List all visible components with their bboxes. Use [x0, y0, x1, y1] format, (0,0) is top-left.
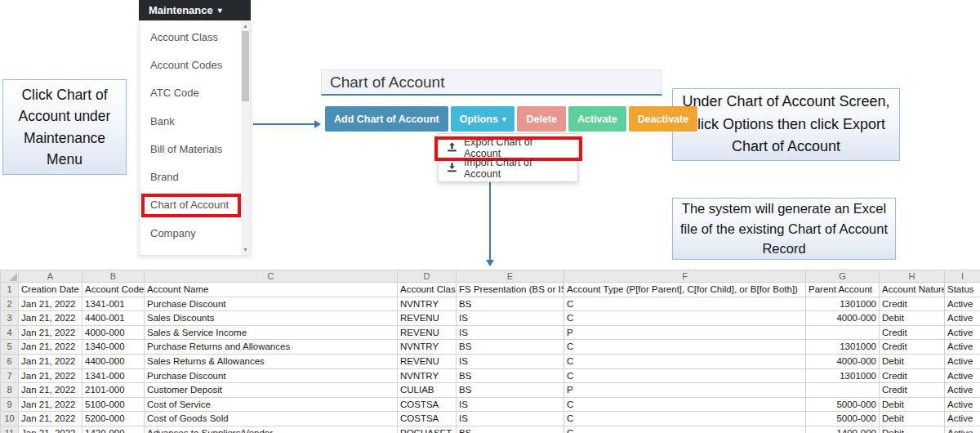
- cell-b7[interactable]: 1341-000: [82, 368, 145, 383]
- cell-e5[interactable]: BS: [457, 340, 564, 355]
- import-chart-of-account-item[interactable]: Import Chart of Account: [439, 158, 577, 178]
- row-number[interactable]: 7: [1, 368, 19, 383]
- cell-f2[interactable]: C: [564, 297, 806, 311]
- cell-a11[interactable]: Jan 21, 2022: [19, 426, 82, 433]
- cell-e1[interactable]: FS Presentation (BS or IS): [457, 283, 564, 297]
- menu-item-chart-of-account[interactable]: Chart of Account: [140, 191, 250, 219]
- column-header-d[interactable]: D: [398, 270, 457, 283]
- menu-scrollbar[interactable]: ▲ ▼: [241, 21, 250, 255]
- cell-f1[interactable]: Account Type (P[for Parent], C[for Child…: [564, 283, 806, 297]
- cell-b2[interactable]: 1341-001: [82, 297, 145, 311]
- column-header-h[interactable]: H: [880, 270, 945, 283]
- cell-c7[interactable]: Purchase Discount: [145, 368, 398, 383]
- cell-i5[interactable]: Active: [945, 340, 980, 355]
- column-header-c[interactable]: C: [145, 270, 398, 283]
- cell-i2[interactable]: Active: [945, 297, 980, 311]
- row-number[interactable]: 2: [1, 297, 19, 311]
- cell-b1[interactable]: Account Code: [82, 283, 145, 297]
- cell-d5[interactable]: NVNTRY: [398, 340, 457, 355]
- cell-g5[interactable]: 1301000: [806, 340, 880, 355]
- cell-a8[interactable]: Jan 21, 2022: [19, 383, 82, 398]
- cell-a2[interactable]: Jan 21, 2022: [19, 297, 82, 311]
- row-number[interactable]: 11: [1, 426, 19, 433]
- cell-f5[interactable]: C: [564, 340, 806, 355]
- cell-h11[interactable]: Debit: [880, 426, 945, 433]
- cell-e7[interactable]: BS: [457, 368, 564, 383]
- cell-i10[interactable]: Active: [945, 412, 980, 426]
- cell-h1[interactable]: Account Nature: [880, 283, 945, 297]
- cell-e2[interactable]: BS: [457, 297, 564, 311]
- cell-i8[interactable]: Active: [945, 383, 980, 398]
- maintenance-menu-button[interactable]: Maintenance ▾: [139, 0, 251, 20]
- cell-g4[interactable]: [806, 325, 880, 340]
- cell-c1[interactable]: Account Name: [145, 283, 398, 297]
- cell-c6[interactable]: Sales Returns & Allowances: [145, 354, 398, 368]
- cell-b4[interactable]: 4000-000: [82, 325, 145, 340]
- cell-i7[interactable]: Active: [945, 368, 980, 383]
- cell-b10[interactable]: 5200-000: [82, 412, 145, 426]
- cell-h4[interactable]: Credit: [880, 325, 945, 340]
- menu-item-atc-code[interactable]: ATC Code: [140, 79, 250, 107]
- cell-f11[interactable]: C: [564, 426, 806, 433]
- cell-b3[interactable]: 4400-001: [82, 311, 145, 326]
- cell-a7[interactable]: Jan 21, 2022: [19, 368, 82, 383]
- cell-h7[interactable]: Credit: [880, 368, 945, 383]
- cell-i6[interactable]: Active: [945, 354, 980, 368]
- cell-h3[interactable]: Debit: [880, 311, 945, 326]
- menu-item-bank[interactable]: Bank: [140, 107, 250, 135]
- cell-e3[interactable]: IS: [457, 311, 564, 326]
- cell-e4[interactable]: IS: [457, 325, 564, 340]
- cell-f9[interactable]: C: [564, 397, 806, 412]
- cell-a5[interactable]: Jan 21, 2022: [19, 340, 82, 355]
- cell-a3[interactable]: Jan 21, 2022: [19, 311, 82, 326]
- cell-h10[interactable]: Debit: [880, 412, 945, 426]
- cell-h2[interactable]: Credit: [880, 297, 945, 311]
- cell-h8[interactable]: Credit: [880, 383, 945, 398]
- cell-d3[interactable]: REVENU: [398, 311, 457, 326]
- cell-g1[interactable]: Parent Account: [806, 283, 880, 297]
- cell-a10[interactable]: Jan 21, 2022: [19, 412, 82, 426]
- menu-item-account-codes[interactable]: Account Codes: [140, 51, 250, 78]
- cell-c2[interactable]: Purchase Discount: [145, 297, 398, 311]
- cell-a4[interactable]: Jan 21, 2022: [19, 325, 82, 340]
- column-header-a[interactable]: A: [19, 270, 82, 283]
- cell-i1[interactable]: Status: [945, 283, 980, 297]
- menu-item-brand[interactable]: Brand: [140, 163, 250, 190]
- cell-a9[interactable]: Jan 21, 2022: [19, 397, 82, 412]
- cell-d11[interactable]: POCUASET: [398, 426, 457, 433]
- activate-button[interactable]: Activate: [568, 106, 626, 132]
- options-button[interactable]: Options▾: [451, 106, 515, 132]
- cell-d4[interactable]: REVENU: [398, 325, 457, 340]
- cell-i4[interactable]: Active: [945, 325, 980, 340]
- cell-g10[interactable]: 5000-000: [806, 412, 880, 426]
- cell-c3[interactable]: Sales Discounts: [145, 311, 398, 326]
- cell-g11[interactable]: 1400-000: [806, 426, 880, 433]
- cell-d7[interactable]: NVNTRY: [398, 368, 457, 383]
- cell-g7[interactable]: 1301000: [806, 368, 880, 383]
- cell-i11[interactable]: Active: [945, 426, 980, 433]
- cell-e11[interactable]: BS: [457, 426, 564, 433]
- cell-g6[interactable]: 4000-000: [806, 354, 880, 368]
- cell-d9[interactable]: COSTSA: [398, 397, 457, 412]
- row-number[interactable]: 3: [1, 311, 19, 326]
- scrollbar-thumb[interactable]: [242, 31, 249, 101]
- cell-b9[interactable]: 5100-000: [82, 397, 145, 412]
- column-header-e[interactable]: E: [457, 270, 564, 283]
- add-chart-of-account-button[interactable]: Add Chart of Account: [325, 106, 448, 132]
- cell-f6[interactable]: C: [564, 354, 806, 368]
- cell-b8[interactable]: 2101-000: [82, 383, 145, 398]
- cell-e9[interactable]: IS: [457, 397, 564, 412]
- cell-e8[interactable]: BS: [457, 383, 564, 398]
- row-number[interactable]: 1: [1, 283, 19, 297]
- column-header-i[interactable]: I: [945, 270, 980, 283]
- menu-item-account-class[interactable]: Account Class: [140, 23, 250, 51]
- menu-item-company[interactable]: Company: [140, 219, 250, 247]
- select-all-corner[interactable]: [1, 270, 19, 283]
- cell-a1[interactable]: Creation Date: [19, 283, 82, 297]
- deactivate-button[interactable]: Deactivate: [629, 106, 698, 132]
- cell-c10[interactable]: Cost of Goods Sold: [145, 412, 398, 426]
- cell-b6[interactable]: 4400-000: [82, 354, 145, 368]
- cell-c8[interactable]: Customer Deposit: [145, 383, 398, 398]
- column-header-b[interactable]: B: [82, 270, 145, 283]
- column-header-f[interactable]: F: [564, 270, 806, 283]
